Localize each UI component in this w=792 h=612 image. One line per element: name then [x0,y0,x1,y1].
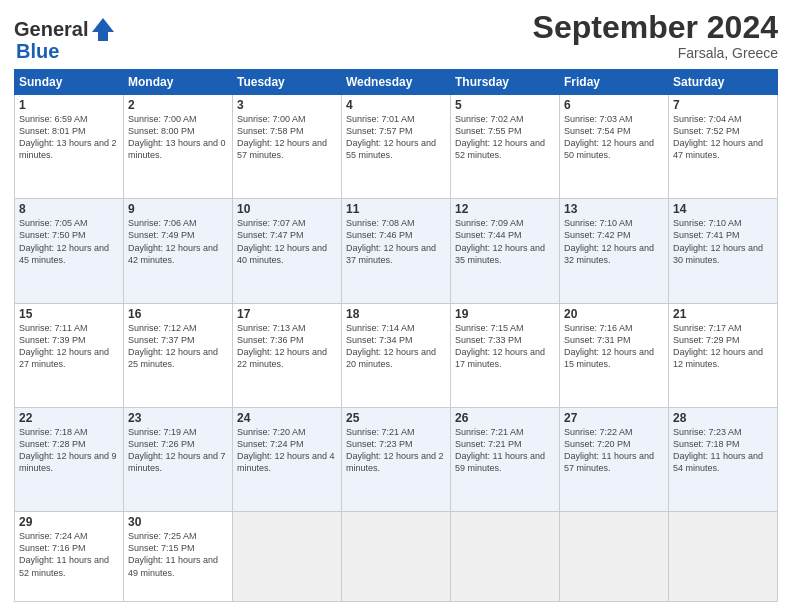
calendar-body: 1 Sunrise: 6:59 AM Sunset: 8:01 PM Dayli… [15,95,778,602]
day-info: Sunrise: 7:23 AM Sunset: 7:18 PM Dayligh… [673,426,773,475]
calendar-cell: 8 Sunrise: 7:05 AM Sunset: 7:50 PM Dayli… [15,199,124,303]
calendar-cell [342,512,451,602]
day-number: 10 [237,202,337,216]
calendar-cell [560,512,669,602]
header-friday: Friday [560,70,669,95]
location: Farsala, Greece [533,45,778,61]
day-info: Sunrise: 7:05 AM Sunset: 7:50 PM Dayligh… [19,217,119,266]
calendar-cell: 22 Sunrise: 7:18 AM Sunset: 7:28 PM Dayl… [15,407,124,511]
day-number: 7 [673,98,773,112]
day-number: 15 [19,307,119,321]
calendar-cell [233,512,342,602]
header-sunday: Sunday [15,70,124,95]
calendar-header-row: Sunday Monday Tuesday Wednesday Thursday… [15,70,778,95]
calendar-cell: 12 Sunrise: 7:09 AM Sunset: 7:44 PM Dayl… [451,199,560,303]
calendar-cell: 27 Sunrise: 7:22 AM Sunset: 7:20 PM Dayl… [560,407,669,511]
day-info: Sunrise: 7:21 AM Sunset: 7:21 PM Dayligh… [455,426,555,475]
day-number: 23 [128,411,228,425]
calendar-cell: 15 Sunrise: 7:11 AM Sunset: 7:39 PM Dayl… [15,303,124,407]
calendar-cell: 21 Sunrise: 7:17 AM Sunset: 7:29 PM Dayl… [669,303,778,407]
day-info: Sunrise: 7:08 AM Sunset: 7:46 PM Dayligh… [346,217,446,266]
day-number: 26 [455,411,555,425]
day-info: Sunrise: 7:14 AM Sunset: 7:34 PM Dayligh… [346,322,446,371]
calendar-cell: 17 Sunrise: 7:13 AM Sunset: 7:36 PM Dayl… [233,303,342,407]
calendar-cell: 29 Sunrise: 7:24 AM Sunset: 7:16 PM Dayl… [15,512,124,602]
day-info: Sunrise: 7:19 AM Sunset: 7:26 PM Dayligh… [128,426,228,475]
day-info: Sunrise: 7:24 AM Sunset: 7:16 PM Dayligh… [19,530,119,579]
day-info: Sunrise: 7:17 AM Sunset: 7:29 PM Dayligh… [673,322,773,371]
calendar-cell: 23 Sunrise: 7:19 AM Sunset: 7:26 PM Dayl… [124,407,233,511]
day-number: 24 [237,411,337,425]
calendar-cell: 4 Sunrise: 7:01 AM Sunset: 7:57 PM Dayli… [342,95,451,199]
day-number: 21 [673,307,773,321]
calendar-cell: 1 Sunrise: 6:59 AM Sunset: 8:01 PM Dayli… [15,95,124,199]
day-info: Sunrise: 7:02 AM Sunset: 7:55 PM Dayligh… [455,113,555,162]
day-number: 30 [128,515,228,529]
day-number: 22 [19,411,119,425]
calendar-cell: 18 Sunrise: 7:14 AM Sunset: 7:34 PM Dayl… [342,303,451,407]
title-block: September 2024 Farsala, Greece [533,10,778,61]
header-tuesday: Tuesday [233,70,342,95]
logo-icon [88,14,118,44]
calendar-week-row: 22 Sunrise: 7:18 AM Sunset: 7:28 PM Dayl… [15,407,778,511]
day-info: Sunrise: 7:10 AM Sunset: 7:41 PM Dayligh… [673,217,773,266]
svg-marker-0 [92,18,114,41]
day-info: Sunrise: 7:04 AM Sunset: 7:52 PM Dayligh… [673,113,773,162]
header-thursday: Thursday [451,70,560,95]
header: General Blue September 2024 Farsala, Gre… [14,10,778,63]
logo-blue: Blue [16,40,59,63]
logo-general: General [14,18,88,41]
calendar-table: Sunday Monday Tuesday Wednesday Thursday… [14,69,778,602]
day-info: Sunrise: 7:03 AM Sunset: 7:54 PM Dayligh… [564,113,664,162]
header-wednesday: Wednesday [342,70,451,95]
page: General Blue September 2024 Farsala, Gre… [0,0,792,612]
calendar-cell: 25 Sunrise: 7:21 AM Sunset: 7:23 PM Dayl… [342,407,451,511]
day-number: 8 [19,202,119,216]
calendar-cell: 5 Sunrise: 7:02 AM Sunset: 7:55 PM Dayli… [451,95,560,199]
day-info: Sunrise: 7:25 AM Sunset: 7:15 PM Dayligh… [128,530,228,579]
calendar-cell: 26 Sunrise: 7:21 AM Sunset: 7:21 PM Dayl… [451,407,560,511]
calendar-week-row: 15 Sunrise: 7:11 AM Sunset: 7:39 PM Dayl… [15,303,778,407]
day-info: Sunrise: 7:16 AM Sunset: 7:31 PM Dayligh… [564,322,664,371]
calendar-week-row: 1 Sunrise: 6:59 AM Sunset: 8:01 PM Dayli… [15,95,778,199]
day-info: Sunrise: 7:12 AM Sunset: 7:37 PM Dayligh… [128,322,228,371]
calendar-cell: 6 Sunrise: 7:03 AM Sunset: 7:54 PM Dayli… [560,95,669,199]
day-info: Sunrise: 7:21 AM Sunset: 7:23 PM Dayligh… [346,426,446,475]
calendar-cell: 10 Sunrise: 7:07 AM Sunset: 7:47 PM Dayl… [233,199,342,303]
day-number: 3 [237,98,337,112]
day-info: Sunrise: 7:06 AM Sunset: 7:49 PM Dayligh… [128,217,228,266]
day-number: 17 [237,307,337,321]
calendar-cell: 20 Sunrise: 7:16 AM Sunset: 7:31 PM Dayl… [560,303,669,407]
calendar-cell: 30 Sunrise: 7:25 AM Sunset: 7:15 PM Dayl… [124,512,233,602]
day-number: 16 [128,307,228,321]
day-info: Sunrise: 7:20 AM Sunset: 7:24 PM Dayligh… [237,426,337,475]
calendar-cell: 7 Sunrise: 7:04 AM Sunset: 7:52 PM Dayli… [669,95,778,199]
day-number: 14 [673,202,773,216]
day-number: 9 [128,202,228,216]
day-number: 25 [346,411,446,425]
day-info: Sunrise: 7:09 AM Sunset: 7:44 PM Dayligh… [455,217,555,266]
calendar-cell: 11 Sunrise: 7:08 AM Sunset: 7:46 PM Dayl… [342,199,451,303]
calendar-cell: 24 Sunrise: 7:20 AM Sunset: 7:24 PM Dayl… [233,407,342,511]
day-number: 13 [564,202,664,216]
day-number: 28 [673,411,773,425]
calendar-cell: 28 Sunrise: 7:23 AM Sunset: 7:18 PM Dayl… [669,407,778,511]
logo: General Blue [14,14,118,63]
calendar-cell: 3 Sunrise: 7:00 AM Sunset: 7:58 PM Dayli… [233,95,342,199]
day-number: 6 [564,98,664,112]
calendar-cell: 19 Sunrise: 7:15 AM Sunset: 7:33 PM Dayl… [451,303,560,407]
day-info: Sunrise: 7:13 AM Sunset: 7:36 PM Dayligh… [237,322,337,371]
day-number: 29 [19,515,119,529]
day-number: 1 [19,98,119,112]
calendar-cell [669,512,778,602]
calendar-cell: 2 Sunrise: 7:00 AM Sunset: 8:00 PM Dayli… [124,95,233,199]
day-info: Sunrise: 7:10 AM Sunset: 7:42 PM Dayligh… [564,217,664,266]
calendar-cell: 16 Sunrise: 7:12 AM Sunset: 7:37 PM Dayl… [124,303,233,407]
day-info: Sunrise: 7:00 AM Sunset: 7:58 PM Dayligh… [237,113,337,162]
header-monday: Monday [124,70,233,95]
day-info: Sunrise: 7:15 AM Sunset: 7:33 PM Dayligh… [455,322,555,371]
day-number: 27 [564,411,664,425]
day-info: Sunrise: 7:07 AM Sunset: 7:47 PM Dayligh… [237,217,337,266]
day-number: 4 [346,98,446,112]
header-saturday: Saturday [669,70,778,95]
